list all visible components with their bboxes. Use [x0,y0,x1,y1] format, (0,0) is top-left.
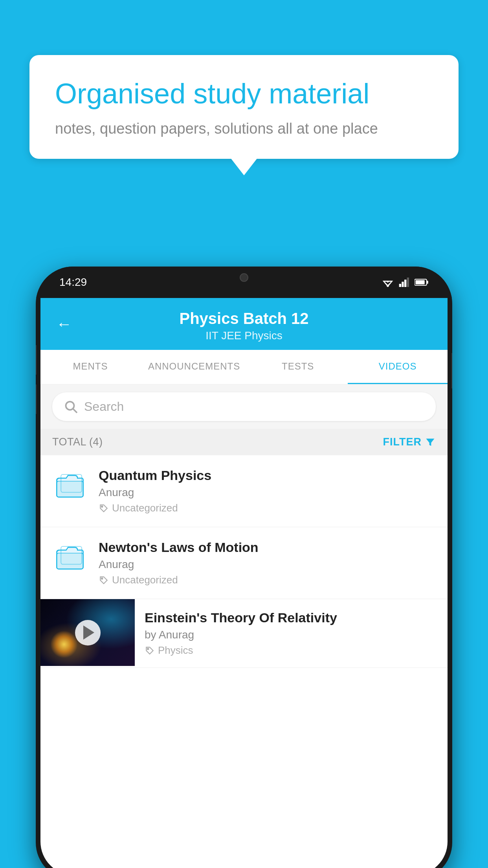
phone-frame: 14:29 [36,267,452,868]
item-content: Quantum Physics Anurag Uncategorized [99,468,436,514]
item-author: by Anurag [145,629,440,641]
filter-row: TOTAL (4) FILTER [40,429,448,455]
back-button[interactable]: ← [56,315,72,333]
app-title: Physics Batch 12 [56,310,432,327]
item-tag: Physics [145,644,440,657]
tag-icon [99,503,109,513]
app-subtitle: IIT JEE Physics [56,329,432,342]
signal-icon [399,278,410,287]
item-content: Newton's Laws of Motion Anurag Uncategor… [99,540,436,586]
speech-bubble-container: Organised study material notes, question… [29,55,459,159]
svg-rect-5 [402,282,404,287]
item-title: Quantum Physics [99,468,436,483]
tag-icon [145,645,155,656]
tag-label: Uncategorized [112,574,178,586]
camera-dot [240,273,248,282]
svg-point-21 [101,578,103,579]
svg-point-22 [147,648,149,649]
tag-label: Uncategorized [112,502,178,514]
speech-bubble: Organised study material notes, question… [29,55,459,159]
search-bar: Search [40,384,448,429]
tab-ments[interactable]: MENTS [40,350,140,384]
tag-icon [99,575,109,585]
total-count: TOTAL (4) [52,436,103,448]
svg-rect-4 [399,284,401,287]
item-tag: Uncategorized [99,502,436,514]
svg-point-11 [66,401,74,410]
item-title: Einstein's Theory Of Relativity [145,610,440,625]
item-title: Newton's Laws of Motion [99,540,436,555]
wifi-icon [382,278,394,287]
status-time: 14:29 [59,276,87,289]
list-item[interactable]: Quantum Physics Anurag Uncategorized [40,455,448,527]
list-item[interactable]: Newton's Laws of Motion Anurag Uncategor… [40,527,448,599]
folder-icon [56,471,84,500]
svg-rect-9 [427,281,428,284]
svg-point-3 [387,285,389,287]
status-icons [382,278,429,287]
search-input-container[interactable]: Search [52,392,436,421]
item-tag: Uncategorized [99,574,436,586]
filter-button[interactable]: FILTER [383,436,436,448]
phone-screen: ← Physics Batch 12 IIT JEE Physics MENTS… [40,298,448,868]
svg-point-17 [101,506,103,507]
play-button[interactable] [75,620,101,645]
tabs-container: MENTS ANNOUNCEMENTS TESTS VIDEOS [40,350,448,384]
svg-rect-7 [407,278,409,287]
list-item-video[interactable]: Einstein's Theory Of Relativity by Anura… [40,599,448,668]
speech-bubble-headline: Organised study material [55,77,433,110]
notch [205,267,283,288]
tab-announcements[interactable]: ANNOUNCEMENTS [140,350,248,384]
item-icon [52,468,88,503]
play-triangle-icon [83,625,94,640]
svg-rect-10 [416,280,425,284]
item-icon [52,540,88,575]
power-button [451,353,452,388]
volume-down-button [36,384,37,414]
list-container: Quantum Physics Anurag Uncategorized [40,455,448,668]
search-icon [64,400,78,414]
item-content: Einstein's Theory Of Relativity by Anura… [135,599,448,668]
app-header: ← Physics Batch 12 IIT JEE Physics [40,298,448,350]
volume-up-button [36,345,37,375]
battery-icon [415,278,429,287]
tab-tests[interactable]: TESTS [248,350,348,384]
video-thumbnail [40,599,135,666]
status-bar: 14:29 [36,267,452,298]
svg-line-12 [73,409,77,413]
folder-icon [56,543,84,572]
item-author: Anurag [99,558,436,571]
speech-bubble-subtext: notes, question papers, solutions all at… [55,120,433,137]
svg-rect-6 [404,280,406,287]
tag-label: Physics [158,644,193,657]
tab-videos[interactable]: VIDEOS [348,350,448,384]
svg-marker-13 [426,438,435,446]
filter-label: FILTER [383,436,422,448]
item-author: Anurag [99,486,436,499]
search-placeholder: Search [84,399,124,414]
filter-icon [425,437,436,448]
